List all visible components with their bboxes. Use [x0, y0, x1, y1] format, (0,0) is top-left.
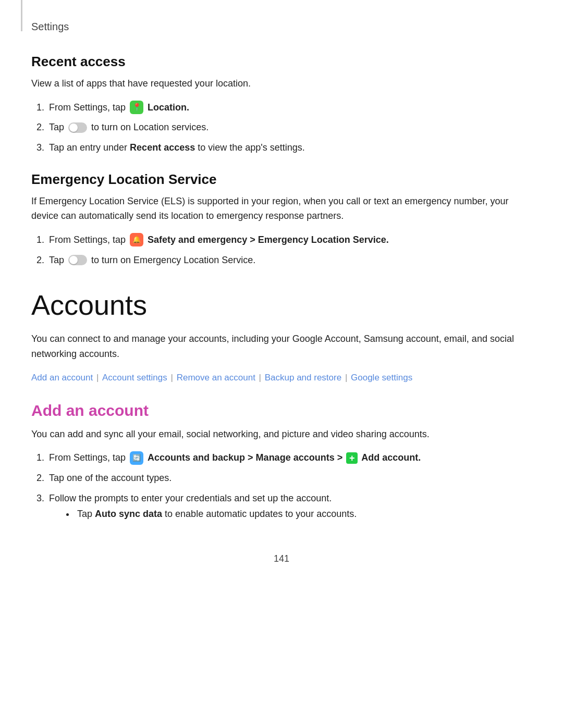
estep2-text-before: Tap — [49, 255, 67, 265]
toggle-location — [68, 122, 87, 133]
left-border-decoration — [21, 0, 22, 31]
separator-3: | — [259, 373, 264, 382]
emergency-location-steps: From Settings, tap Safety and emergency … — [47, 232, 532, 268]
recent-access-step-3: Tap an entry under Recent access to view… — [47, 140, 532, 156]
emergency-location-heading: Emergency Location Service — [31, 171, 532, 188]
step3-text-before: Tap an entry under — [49, 142, 130, 153]
separator-1: | — [96, 373, 101, 382]
estep1-text-before: From Settings, tap — [49, 235, 128, 245]
recent-access-heading: Recent access — [31, 54, 532, 70]
safety-icon — [130, 233, 143, 246]
estep2-text-after: to turn on Emergency Location Service. — [91, 255, 255, 265]
link-account-settings[interactable]: Account settings — [102, 373, 167, 382]
emergency-location-description: If Emergency Location Service (ELS) is s… — [31, 194, 532, 224]
link-add-account[interactable]: Add an account — [31, 373, 93, 382]
separator-4: | — [345, 373, 350, 382]
add-account-step-1: From Settings, tap Accounts and backup >… — [47, 450, 532, 466]
accounts-icon — [130, 451, 143, 465]
link-remove-account[interactable]: Remove an account — [177, 373, 255, 382]
step1-text-before: From Settings, tap — [49, 102, 128, 113]
astep1-text-before: From Settings, tap — [49, 452, 128, 463]
bullet1-text-after: to enable automatic updates to your acco… — [165, 509, 357, 519]
page-number: 141 — [31, 553, 532, 564]
step2-text-after: to turn on Location services. — [91, 122, 209, 132]
recent-access-description: View a list of apps that have requested … — [31, 76, 532, 91]
add-account-description: You can add and sync all your email, soc… — [31, 427, 532, 442]
accounts-main-heading: Accounts — [31, 289, 532, 321]
astep3-text: Follow the prompts to enter your credent… — [49, 493, 332, 503]
link-backup-restore[interactable]: Backup and restore — [265, 373, 341, 382]
astep1-bold2: Add account. — [361, 452, 421, 463]
add-account-steps: From Settings, tap Accounts and backup >… — [47, 450, 532, 522]
recent-access-step-2: Tap to turn on Location services. — [47, 119, 532, 135]
step3-bold: Recent access — [130, 142, 195, 153]
separator-2: | — [171, 373, 176, 382]
astep1-bold1: Accounts and backup > Manage accounts > — [148, 452, 345, 463]
astep2-text: Tap one of the account types. — [49, 473, 172, 483]
add-account-step-3: Follow the prompts to enter your credent… — [47, 490, 532, 522]
emergency-step-1: From Settings, tap Safety and emergency … — [47, 232, 532, 248]
add-account-heading: Add an account — [31, 402, 532, 419]
add-account-sub-bullets: Tap Auto sync data to enable automatic u… — [75, 506, 532, 522]
step1-bold-text: Location. — [148, 102, 189, 113]
step2-text-before: Tap — [49, 122, 67, 132]
add-account-step-2: Tap one of the account types. — [47, 470, 532, 486]
add-plus-icon: + — [346, 452, 358, 464]
bullet1-bold: Auto sync data — [95, 509, 162, 519]
recent-access-steps: From Settings, tap Location. Tap to turn… — [47, 100, 532, 156]
accounts-description: You can connect to and manage your accou… — [31, 331, 532, 362]
estep1-bold-text: Safety and emergency > Emergency Locatio… — [148, 235, 389, 245]
bullet1-text-before: Tap — [77, 509, 95, 519]
step3-text-after: to view the app's settings. — [198, 142, 305, 153]
emergency-step-2: Tap to turn on Emergency Location Servic… — [47, 252, 532, 268]
recent-access-step-1: From Settings, tap Location. — [47, 100, 532, 116]
location-icon — [130, 101, 143, 114]
link-google-settings[interactable]: Google settings — [351, 373, 412, 382]
add-account-bullet-1: Tap Auto sync data to enable automatic u… — [75, 506, 532, 522]
toggle-emergency — [68, 255, 87, 265]
settings-label: Settings — [31, 16, 532, 33]
accounts-links-bar: Add an account | Account settings | Remo… — [31, 370, 532, 386]
